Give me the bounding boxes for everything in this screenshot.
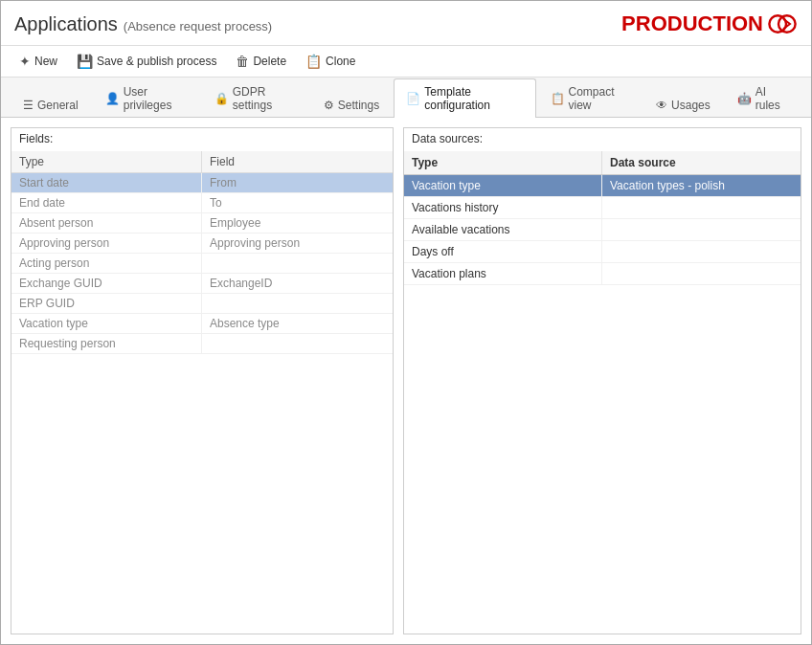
fields-field-cell: ExchangeID	[202, 274, 393, 293]
new-icon: ✦	[19, 54, 31, 69]
toolbar: ✦ New 💾 Save & publish process 🗑 Delete …	[1, 46, 811, 78]
fields-type-cell: Start date	[11, 173, 202, 192]
general-tab-label: General	[37, 99, 79, 112]
delete-icon: 🗑	[236, 54, 249, 69]
ds-type-header: Type	[404, 151, 602, 174]
template-tab-icon: 📄	[406, 92, 420, 105]
fields-field-cell: Approving person	[202, 234, 393, 253]
ai-rules-tab-label: AI rules	[756, 85, 787, 112]
fields-type-cell: ERP GUID	[11, 294, 202, 313]
tab-user-privileges[interactable]: 👤 User privileges	[93, 78, 200, 118]
table-row[interactable]: Requesting person	[11, 334, 393, 354]
template-tab-label: Template configuration	[424, 85, 523, 112]
table-row[interactable]: Exchange GUID ExchangeID	[11, 274, 393, 294]
tab-template-configuration[interactable]: 📄 Template configuration	[394, 78, 535, 118]
delete-button[interactable]: 🗑 Delete	[227, 50, 295, 73]
table-row[interactable]: Vacation plans	[404, 263, 801, 285]
compact-view-tab-icon: 📋	[551, 92, 565, 105]
datasources-label: Data sources:	[404, 128, 801, 151]
ds-type-cell: Vacation plans	[404, 263, 602, 284]
ds-type-cell: Available vacations	[404, 219, 602, 240]
ds-source-header: Data source	[602, 151, 801, 174]
clone-icon: 📋	[305, 54, 322, 69]
fields-header: Type Field	[11, 151, 393, 173]
fields-type-header: Type	[11, 151, 202, 172]
tab-compact-view[interactable]: 📋 Compact view	[538, 78, 643, 118]
table-row[interactable]: Vacation type Vacation types - polish	[404, 175, 801, 197]
tab-ai-rules[interactable]: 🤖 AI rules	[725, 78, 800, 118]
table-row[interactable]: Acting person	[11, 254, 393, 274]
datasources-table: Type Data source Vacation type Vacation …	[404, 151, 801, 634]
table-row[interactable]: Days off	[404, 241, 801, 263]
fields-field-cell: From	[202, 173, 393, 192]
settings-tab-label: Settings	[338, 99, 379, 112]
usages-tab-label: Usages	[671, 99, 710, 112]
table-row[interactable]: ERP GUID	[11, 294, 393, 314]
fields-field-header: Field	[202, 151, 393, 172]
fields-field-cell: To	[202, 193, 393, 212]
ds-source-cell	[602, 263, 801, 284]
production-badge: PRODUCTION	[621, 9, 798, 39]
title-left: Applications (Absence request process)	[14, 13, 272, 35]
new-label: New	[34, 55, 57, 68]
ds-source-cell: Vacation types - polish	[602, 175, 801, 196]
fields-table: Type Field Start date From End date To A…	[11, 151, 393, 634]
fields-field-cell: Absence type	[202, 314, 393, 333]
tabs-bar: ☰ General 👤 User privileges 🔒 GDPR setti…	[1, 78, 811, 118]
table-row[interactable]: End date To	[11, 193, 393, 213]
fields-label: Fields:	[11, 128, 393, 151]
save-icon: 💾	[77, 54, 93, 69]
ds-source-cell	[602, 197, 801, 218]
table-row[interactable]: Absent person Employee	[11, 213, 393, 234]
fields-type-cell: End date	[11, 193, 202, 212]
user-privileges-tab-icon: 👤	[105, 92, 120, 105]
tab-general[interactable]: ☰ General	[11, 92, 91, 118]
gdpr-tab-icon: 🔒	[214, 92, 229, 105]
content-area: Fields: Type Field Start date From End d…	[1, 118, 811, 644]
fields-type-cell: Exchange GUID	[11, 274, 202, 293]
fields-type-cell: Acting person	[11, 254, 202, 273]
user-privileges-tab-label: User privileges	[124, 85, 188, 112]
ds-type-cell: Days off	[404, 241, 602, 262]
fields-field-cell: Employee	[202, 213, 393, 233]
fields-type-cell: Approving person	[11, 234, 202, 253]
delete-label: Delete	[253, 55, 286, 68]
production-icon	[767, 9, 798, 39]
ai-rules-tab-icon: 🤖	[737, 92, 752, 105]
new-button[interactable]: ✦ New	[11, 50, 66, 73]
clone-label: Clone	[326, 55, 355, 68]
tab-settings[interactable]: ⚙ Settings	[311, 92, 392, 118]
fields-rows-container: Start date From End date To Absent perso…	[11, 173, 393, 354]
ds-type-cell: Vacation type	[404, 175, 602, 196]
tab-gdpr-settings[interactable]: 🔒 GDPR settings	[202, 78, 309, 118]
fields-field-cell	[202, 254, 393, 273]
table-row[interactable]: Vacations history	[404, 197, 801, 219]
compact-view-tab-label: Compact view	[569, 85, 630, 112]
gdpr-tab-label: GDPR settings	[233, 85, 297, 112]
table-row[interactable]: Start date From	[11, 173, 393, 193]
save-publish-label: Save & publish process	[97, 55, 216, 68]
app-window: Applications (Absence request process) P…	[0, 0, 812, 645]
fields-field-cell	[202, 334, 393, 353]
tab-usages[interactable]: 👁 Usages	[643, 92, 723, 118]
fields-type-cell: Requesting person	[11, 334, 202, 353]
table-row[interactable]: Available vacations	[404, 219, 801, 241]
save-publish-button[interactable]: 💾 Save & publish process	[68, 50, 225, 73]
table-row[interactable]: Approving person Approving person	[11, 234, 393, 254]
general-tab-icon: ☰	[23, 99, 34, 112]
fields-type-cell: Vacation type	[11, 314, 202, 333]
app-title: Applications	[14, 13, 118, 35]
clone-button[interactable]: 📋 Clone	[297, 50, 364, 73]
datasources-panel: Data sources: Type Data source Vacation …	[403, 127, 801, 634]
production-label: PRODUCTION	[621, 11, 763, 36]
settings-tab-icon: ⚙	[324, 99, 334, 112]
ds-source-cell	[602, 219, 801, 240]
fields-field-cell	[202, 294, 393, 313]
fields-panel: Fields: Type Field Start date From End d…	[11, 127, 394, 634]
fields-type-cell: Absent person	[11, 213, 202, 233]
title-bar: Applications (Absence request process) P…	[1, 1, 811, 46]
table-row[interactable]: Vacation type Absence type	[11, 314, 393, 334]
panels: Fields: Type Field Start date From End d…	[11, 127, 801, 634]
ds-header: Type Data source	[404, 151, 801, 175]
ds-source-cell	[602, 241, 801, 262]
